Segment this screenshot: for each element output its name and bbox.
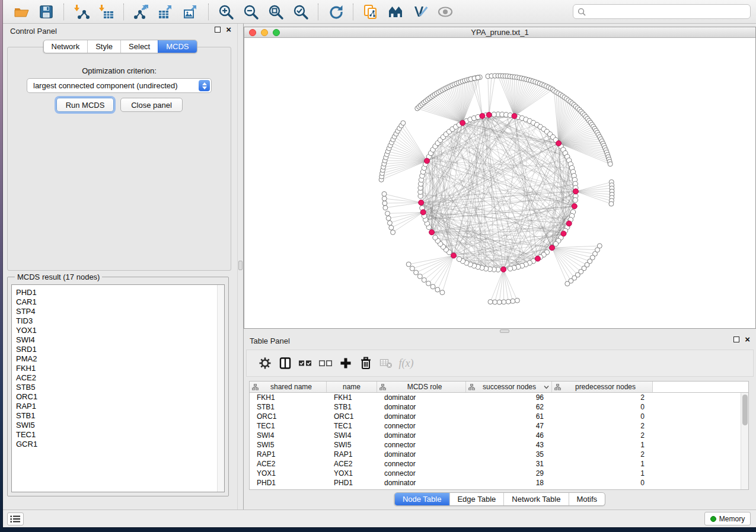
table-cell: 35	[466, 450, 552, 459]
horizontal-splitter[interactable]	[244, 329, 756, 334]
export-image-icon[interactable]	[181, 2, 200, 21]
scrollbar-thumb[interactable]	[742, 395, 748, 425]
gear-icon[interactable]	[255, 355, 275, 371]
column-header-MCDS-role[interactable]: MCDS role	[377, 382, 466, 392]
list-item[interactable]: PMA2	[16, 354, 224, 364]
table-row[interactable]: FKH1FKH1dominator962	[250, 393, 748, 402]
criterion-dropdown[interactable]: largest connected component (undirected)	[27, 78, 212, 93]
table-row[interactable]: RAP1RAP1dominator352	[250, 450, 748, 459]
minimize-window-icon[interactable]	[261, 29, 268, 36]
first-neighbors-icon[interactable]	[386, 2, 405, 21]
close-panel-icon[interactable]: ×	[226, 27, 231, 33]
trash-icon[interactable]	[356, 355, 376, 371]
tab-motifs[interactable]: Motifs	[568, 493, 605, 505]
deselect-all-icon[interactable]	[315, 355, 336, 371]
table-cell: RAP1	[250, 450, 327, 459]
zoom-out-icon[interactable]	[241, 2, 260, 21]
close-panel-icon[interactable]: ×	[745, 336, 750, 342]
table-cell: 0	[552, 412, 653, 421]
zoom-selected-icon[interactable]	[291, 2, 310, 21]
task-history-button[interactable]	[7, 512, 24, 525]
tab-style[interactable]: Style	[87, 40, 120, 53]
maximize-window-icon[interactable]	[273, 29, 280, 36]
list-item[interactable]: TID3	[16, 316, 224, 326]
main-area: Control Panel × Network Style Select MCD…	[3, 24, 756, 509]
mcds-result-list[interactable]: PHD1CAR1STP4TID3YOX1SWI4SRD1PMA2FKH1ACE2…	[11, 284, 225, 492]
graphics-details-icon[interactable]	[436, 2, 455, 21]
table-panel-header: Table Panel ×	[244, 334, 756, 348]
splitter-grip[interactable]	[238, 261, 243, 270]
list-item[interactable]: RAP1	[16, 402, 224, 411]
list-item[interactable]: ACE2	[16, 373, 224, 383]
tab-node-table[interactable]: Node Table	[395, 493, 449, 505]
list-item[interactable]: STB1	[16, 411, 224, 421]
table-cell: 47	[466, 421, 552, 431]
clone-network-icon[interactable]	[361, 2, 380, 21]
column-header-predecessor-nodes[interactable]: predecessor nodes	[552, 382, 653, 392]
tab-mcds[interactable]: MCDS	[158, 40, 196, 53]
list-item[interactable]: ORC1	[16, 392, 224, 402]
table-row[interactable]: STB1STB1dominator620	[250, 402, 748, 412]
table-row[interactable]: TEC1TEC1connector472	[250, 421, 748, 431]
network-titlebar[interactable]: YPA_prune.txt_1	[244, 27, 755, 38]
column-header-shared-name[interactable]: shared name	[250, 382, 327, 392]
table-body: FKH1FKH1dominator962STB1STB1dominator620…	[250, 393, 748, 488]
table-cell: 2	[552, 450, 653, 459]
zoom-in-icon[interactable]	[216, 2, 235, 21]
list-item[interactable]: PHD1	[16, 288, 224, 297]
float-panel-icon[interactable]	[733, 336, 739, 342]
save-session-icon[interactable]	[37, 2, 56, 21]
run-mcds-button[interactable]: Run MCDS	[56, 98, 114, 112]
tab-edge-table[interactable]: Edge Table	[449, 493, 503, 505]
import-table-icon[interactable]	[97, 2, 116, 21]
table-row[interactable]: PHD1PHD1dominator180	[250, 478, 748, 488]
table-row[interactable]: ACE2ACE2connector311	[250, 459, 748, 469]
memory-button[interactable]: Memory	[704, 512, 751, 525]
refresh-view-icon[interactable]	[326, 2, 345, 21]
plus-icon[interactable]	[336, 355, 356, 371]
column-header-name[interactable]: name	[327, 382, 377, 392]
table-row[interactable]: YOX1YOX1connector291	[250, 469, 748, 478]
list-item[interactable]: STB5	[16, 383, 224, 392]
vizmapper-icon[interactable]	[411, 2, 430, 21]
table-row[interactable]: ORC1ORC1dominator610	[250, 412, 748, 421]
search-input[interactable]	[589, 8, 746, 16]
zoom-fit-icon[interactable]	[266, 2, 285, 21]
close-window-icon[interactable]	[249, 29, 256, 36]
columns-icon[interactable]	[275, 355, 295, 371]
export-table-icon[interactable]	[157, 2, 176, 21]
search-box[interactable]	[573, 4, 751, 19]
list-item[interactable]: SWI4	[16, 335, 224, 345]
column-header-successor-nodes[interactable]: successor nodes	[466, 382, 552, 392]
list-item[interactable]: CAR1	[16, 297, 224, 307]
import-network-icon[interactable]	[72, 2, 91, 21]
delete-table-icon	[376, 355, 396, 371]
mcds-result-group: MCDS result (17 nodes) PHD1CAR1STP4TID3Y…	[7, 277, 229, 496]
list-item[interactable]: GCR1	[16, 440, 224, 449]
table-row[interactable]: SWI4SWI4dominator462	[250, 431, 748, 440]
export-network-icon[interactable]	[132, 2, 151, 21]
splitter-grip[interactable]	[500, 329, 509, 333]
close-panel-button[interactable]: Close panel	[120, 98, 183, 112]
function-icon: f(x)	[396, 355, 416, 371]
table-cell: dominator	[377, 402, 466, 412]
table-cell: YOX1	[250, 469, 327, 478]
list-icon	[10, 515, 21, 523]
list-item[interactable]: STP4	[16, 307, 224, 316]
list-item[interactable]: FKH1	[16, 364, 224, 373]
list-item[interactable]: TEC1	[16, 430, 224, 440]
table-row[interactable]: SWI5SWI5connector431	[250, 440, 748, 450]
tab-select[interactable]: Select	[120, 40, 158, 53]
tab-network-table[interactable]: Network Table	[503, 493, 568, 505]
list-item[interactable]: SRD1	[16, 345, 224, 354]
result-scrollbar[interactable]	[217, 285, 224, 492]
vertical-splitter[interactable]	[237, 24, 244, 509]
list-item[interactable]: SWI5	[16, 421, 224, 430]
open-file-icon[interactable]	[12, 2, 31, 21]
network-canvas[interactable]	[244, 38, 755, 328]
table-scrollbar[interactable]	[741, 393, 748, 489]
float-panel-icon[interactable]	[215, 27, 221, 33]
list-item[interactable]: YOX1	[16, 326, 224, 335]
select-all-icon[interactable]	[295, 355, 315, 371]
tab-network[interactable]: Network	[43, 40, 87, 53]
